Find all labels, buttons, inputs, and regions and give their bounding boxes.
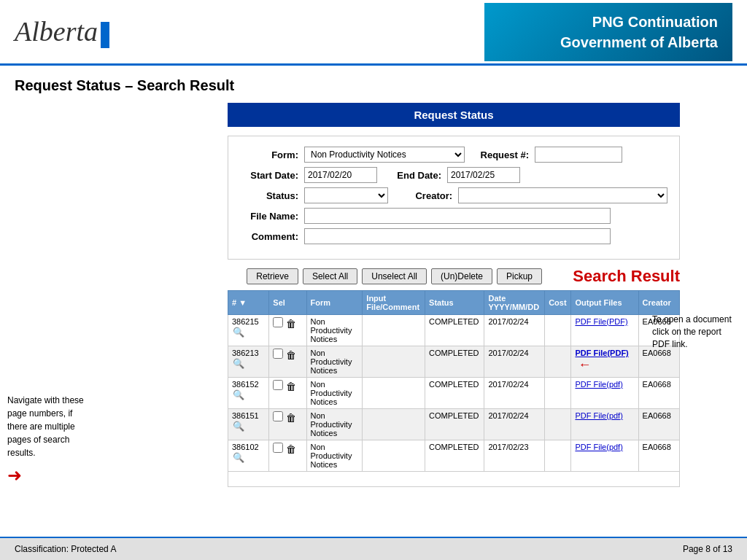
delete-row-icon[interactable]: 🗑 <box>285 380 297 393</box>
pdf-link[interactable]: PDF File(PDF) <box>575 317 627 326</box>
annotation-left-line1: Navigate with these <box>7 394 84 407</box>
form-row-1: Form: Non Productivity Notices Request #… <box>240 147 667 163</box>
annotation-left-line2: page numbers, if <box>7 407 84 420</box>
cell-form: Non Productivity Notices <box>306 409 363 440</box>
creator-select[interactable] <box>458 187 667 203</box>
cell-num: 386213 🔍 <box>228 346 269 378</box>
cell-creator: EA0668 <box>638 440 679 472</box>
pdf-link[interactable]: PDF File(pdf) <box>575 380 622 389</box>
search-form: Form: Non Productivity Notices Request #… <box>228 136 680 260</box>
table-row: 386215 🔍 🗑 Non Productivity Notices COMP… <box>228 315 680 346</box>
cell-date: 2017/02/24 <box>484 378 545 409</box>
cell-status: COMPLETED <box>425 315 484 346</box>
retrieve-button[interactable]: Retrieve <box>247 268 298 284</box>
cell-num: 386102 🔍 <box>228 440 269 472</box>
delete-row-icon[interactable]: 🗑 <box>285 317 297 330</box>
annotation-left-line3: there are multiple <box>7 420 84 433</box>
cell-output[interactable]: PDF File(pdf) <box>571 409 638 440</box>
row-checkbox[interactable] <box>273 349 283 359</box>
cell-status: COMPLETED <box>425 409 484 440</box>
search-row-icon[interactable]: 🔍 <box>232 357 245 370</box>
start-date-label: Start Date: <box>240 170 298 181</box>
row-checkbox[interactable] <box>273 317 283 327</box>
header-title-line2: Government of Alberta <box>499 32 718 52</box>
annotation-left-line5: results. <box>7 446 84 459</box>
cell-creator: EA0668 <box>638 378 679 409</box>
results-table: # ▼ Sel Form Input File/Comment Status D… <box>228 290 680 487</box>
table-row: 386213 🔍 🗑 Non Productivity Notices COMP… <box>228 346 680 378</box>
cell-form: Non Productivity Notices <box>306 378 363 409</box>
cell-output[interactable]: PDF File(pdf) <box>571 440 638 472</box>
cell-form: Non Productivity Notices <box>306 346 363 378</box>
comment-input[interactable] <box>304 228 611 244</box>
cell-cost <box>545 440 571 472</box>
col-header-output: Output Files <box>571 291 638 315</box>
row-checkbox[interactable] <box>273 411 283 421</box>
table-footer-row: Page 1 <box>228 472 680 487</box>
delete-row-icon[interactable]: 🗑 <box>285 443 297 456</box>
file-name-input[interactable] <box>304 208 611 224</box>
annotation-left: Navigate with these page numbers, if the… <box>7 394 84 489</box>
row-checkbox[interactable] <box>273 443 283 453</box>
table-header-row: # ▼ Sel Form Input File/Comment Status D… <box>228 291 680 315</box>
end-date-input[interactable] <box>447 167 520 183</box>
cell-form: Non Productivity Notices <box>306 440 363 472</box>
cell-creator: EA0668 <box>638 409 679 440</box>
cell-num: 386151 🔍 <box>228 409 269 440</box>
cell-date: 2017/02/23 <box>484 440 545 472</box>
cell-output[interactable]: PDF File(pdf) <box>571 378 638 409</box>
arrow-right-icon: ➜ <box>7 462 22 489</box>
cell-status: COMPLETED <box>425 378 484 409</box>
request-status-header: Request Status <box>228 103 680 127</box>
cell-status: COMPLETED <box>425 346 484 378</box>
delete-row-icon[interactable]: 🗑 <box>285 349 297 362</box>
cell-sel: 🗑 <box>269 315 306 346</box>
pdf-link[interactable]: PDF File(pdf) <box>575 411 622 420</box>
undelete-button[interactable]: (Un)Delete <box>431 268 492 284</box>
pdf-link[interactable]: PDF File(pdf) <box>575 443 622 451</box>
cell-num: 386215 🔍 <box>228 315 269 346</box>
row-checkbox[interactable] <box>273 380 283 390</box>
search-row-icon[interactable]: 🔍 <box>232 420 245 432</box>
search-row-icon[interactable]: 🔍 <box>232 326 245 338</box>
cell-cost <box>545 346 571 378</box>
cell-input <box>363 346 425 378</box>
cell-output[interactable]: PDF File(PDF) ← <box>571 346 638 378</box>
delete-row-icon[interactable]: 🗑 <box>285 411 297 424</box>
annotation-left-line4: pages of search <box>7 433 84 446</box>
col-header-date: Date YYYY/MM/DD <box>484 291 545 315</box>
cell-creator: EA0668 <box>638 346 679 378</box>
logo-accent <box>101 22 109 48</box>
cell-cost <box>545 315 571 346</box>
cell-sel: 🗑 <box>269 346 306 378</box>
request-input[interactable] <box>535 147 622 163</box>
table-row: 386151 🔍 🗑 Non Productivity Notices COMP… <box>228 409 680 440</box>
unselect-all-button[interactable]: Unselect All <box>362 268 427 284</box>
search-row-icon[interactable]: 🔍 <box>232 451 245 464</box>
form-row-5: Comment: <box>240 228 667 244</box>
status-select[interactable] <box>304 187 388 203</box>
file-name-label: File Name: <box>240 211 298 222</box>
search-row-icon[interactable]: 🔍 <box>232 389 245 401</box>
table-footer: Page 1 <box>228 472 680 487</box>
cell-input <box>363 315 425 346</box>
action-buttons: Retrieve Select All Unselect All (Un)Del… <box>228 268 561 284</box>
header-title-line1: PNG Continuation <box>499 12 718 32</box>
col-header-creator: Creator <box>638 291 679 315</box>
annotation-right-text: To open a document click on the report P… <box>652 314 732 349</box>
logo: Alberta <box>15 15 109 48</box>
cell-form: Non Productivity Notices <box>306 315 363 346</box>
page-title: Request Status – Search Result <box>0 66 747 100</box>
cell-status: COMPLETED <box>425 440 484 472</box>
cell-sel: 🗑 <box>269 440 306 472</box>
cell-num: 386152 🔍 <box>228 378 269 409</box>
cell-output[interactable]: PDF File(PDF) <box>571 315 638 346</box>
form-select[interactable]: Non Productivity Notices <box>304 147 465 163</box>
pdf-link[interactable]: PDF File(PDF) <box>575 349 628 357</box>
col-header-num: # ▼ <box>228 291 269 315</box>
start-date-input[interactable] <box>304 167 377 183</box>
select-all-button[interactable]: Select All <box>303 268 357 284</box>
form-row-3: Status: Creator: <box>240 187 667 203</box>
table-row: 386102 🔍 🗑 Non Productivity Notices COMP… <box>228 440 680 472</box>
pickup-button[interactable]: Pickup <box>497 268 542 284</box>
